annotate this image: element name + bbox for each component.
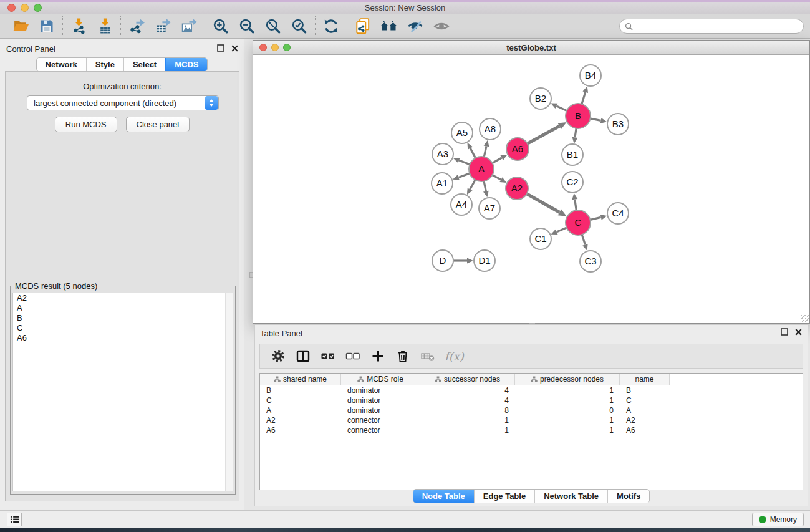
zoom-selected-button[interactable] <box>286 15 312 37</box>
result-item[interactable]: C <box>13 323 233 333</box>
first-neighbors-button[interactable] <box>376 15 402 37</box>
toolbar-separator <box>315 16 316 36</box>
import-table-button[interactable] <box>92 15 118 37</box>
table-row[interactable]: Bdominator41B <box>260 385 803 395</box>
zoom-in-button[interactable] <box>208 15 234 37</box>
memory-label: Memory <box>770 515 797 524</box>
delete-table-icon <box>420 349 436 364</box>
graph-edge[interactable] <box>458 173 471 177</box>
search-icon <box>625 22 633 31</box>
graph-node-label: C3 <box>584 256 596 266</box>
delete-table-button[interactable] <box>417 346 438 366</box>
column-header[interactable]: MCDS role <box>341 374 420 385</box>
result-item[interactable]: A <box>13 303 233 313</box>
show-columns-button[interactable] <box>292 346 314 366</box>
tab-style[interactable]: Style <box>86 58 123 71</box>
mcds-result-title: MCDS result (5 nodes) <box>13 281 99 291</box>
tab-network[interactable]: Network <box>37 58 86 71</box>
run-mcds-button[interactable]: Run MCDS <box>55 117 117 132</box>
table-settings-button[interactable] <box>268 346 289 366</box>
network-window-titlebar[interactable]: testGlobe.txt <box>253 41 809 55</box>
zoom-fit-icon <box>264 17 282 35</box>
deselect-all-button[interactable] <box>342 346 364 366</box>
close-table-panel-button[interactable] <box>794 327 803 336</box>
resize-grip-icon[interactable] <box>801 315 809 322</box>
edge-arrowhead-icon <box>582 244 588 251</box>
vertical-scroll-thumb[interactable] <box>249 272 253 278</box>
result-item[interactable]: A2 <box>13 293 233 303</box>
graph-edge[interactable] <box>526 193 559 213</box>
result-item[interactable]: B <box>13 313 233 323</box>
edge-arrowhead-icon <box>600 215 607 220</box>
float-table-panel-button[interactable] <box>780 327 789 336</box>
graph-edge[interactable] <box>459 160 471 165</box>
hide-selected-button[interactable] <box>402 15 428 37</box>
tab-edge-table[interactable]: Edge Table <box>474 490 534 503</box>
task-list-icon <box>10 515 19 524</box>
memory-button[interactable]: Memory <box>752 513 804 526</box>
table-header-row: shared nameMCDS rolesuccessor nodesprede… <box>260 374 803 385</box>
search-field[interactable] <box>619 19 804 34</box>
float-panel-button[interactable] <box>216 44 225 52</box>
table-cell: 4 <box>420 385 515 395</box>
close-panel-button-2[interactable]: Close panel <box>126 117 190 132</box>
graph-node-label: B3 <box>612 118 624 129</box>
column-header[interactable]: predecessor nodes <box>515 374 620 385</box>
table-row[interactable]: A2connector11A2 <box>260 415 803 425</box>
memory-status-icon <box>759 516 766 523</box>
open-file-button[interactable] <box>7 15 34 37</box>
optimization-criterion-label: Optimization criterion: <box>6 82 239 91</box>
task-history-button[interactable] <box>7 513 22 526</box>
table-row[interactable]: Cdominator41C <box>260 395 803 405</box>
export-image-button[interactable] <box>176 15 202 37</box>
tab-network-table[interactable]: Network Table <box>534 490 607 503</box>
graph-node-label: C4 <box>612 208 624 218</box>
function-builder-icon[interactable]: f(x) <box>445 350 464 363</box>
criterion-dropdown[interactable]: largest connected component (directed) <box>27 95 219 110</box>
export-table-button[interactable] <box>150 15 176 37</box>
column-header[interactable]: shared name <box>260 374 341 385</box>
tab-mcds[interactable]: MCDS <box>165 58 207 71</box>
refresh-button[interactable] <box>318 15 344 37</box>
graph-edge[interactable] <box>526 126 559 144</box>
edge-arrowhead-icon <box>582 86 588 93</box>
zoom-fit-button[interactable] <box>260 15 286 37</box>
table-cell: 1 <box>515 395 620 405</box>
mcds-result-list[interactable]: A2ABCA6 <box>12 293 233 491</box>
open-file-icon <box>12 17 29 34</box>
graph-node-label: A6 <box>512 143 523 154</box>
desktop-background <box>0 528 810 532</box>
add-column-button[interactable] <box>367 346 388 366</box>
column-header[interactable]: name <box>620 374 670 385</box>
zoom-out-button[interactable] <box>234 15 260 37</box>
save-session-button[interactable] <box>34 15 60 37</box>
network-graph[interactable]: B4B2BB3A5A8A6A3B1AC2A1A2A4A7C4CC1C3DD1 <box>253 55 809 322</box>
export-network-button[interactable] <box>123 15 150 37</box>
result-item[interactable]: A6 <box>13 333 233 343</box>
table-cell: connector <box>341 425 420 435</box>
network-view-window: testGlobe.txt B4B2BB3A5A8A6A3B1AC2A1A2A4… <box>253 40 810 324</box>
tab-select[interactable]: Select <box>123 58 165 71</box>
show-all-button[interactable] <box>428 15 455 37</box>
table-panel: Table Panel f(x) shared nameMCDS rolesuc… <box>254 324 808 506</box>
delete-column-button[interactable] <box>392 346 413 366</box>
export-network-icon <box>128 17 145 34</box>
table-cell: 1 <box>515 415 620 425</box>
search-input[interactable] <box>636 20 803 32</box>
select-all-button[interactable] <box>317 346 339 366</box>
tab-motifs[interactable]: Motifs <box>607 490 649 503</box>
duplicate-network-button[interactable] <box>350 15 376 37</box>
close-panel-button[interactable] <box>230 44 239 52</box>
graph-edge[interactable] <box>581 92 585 105</box>
graph-node-label: A4 <box>456 199 467 210</box>
table-row[interactable]: A6connector11A6 <box>260 425 803 435</box>
table-row[interactable]: Adominator80A <box>260 405 803 415</box>
tab-node-table[interactable]: Node Table <box>413 490 474 503</box>
column-header[interactable]: successor nodes <box>420 374 515 385</box>
table-cell: A <box>260 405 341 415</box>
session-title: Session: New Session <box>0 3 810 12</box>
network-canvas[interactable]: B4B2BB3A5A8A6A3B1AC2A1A2A4A7C4CC1C3DD1 <box>253 55 809 323</box>
import-network-button[interactable] <box>65 15 92 37</box>
result-scrollbar[interactable] <box>225 293 233 491</box>
graph-edge[interactable] <box>556 106 567 112</box>
